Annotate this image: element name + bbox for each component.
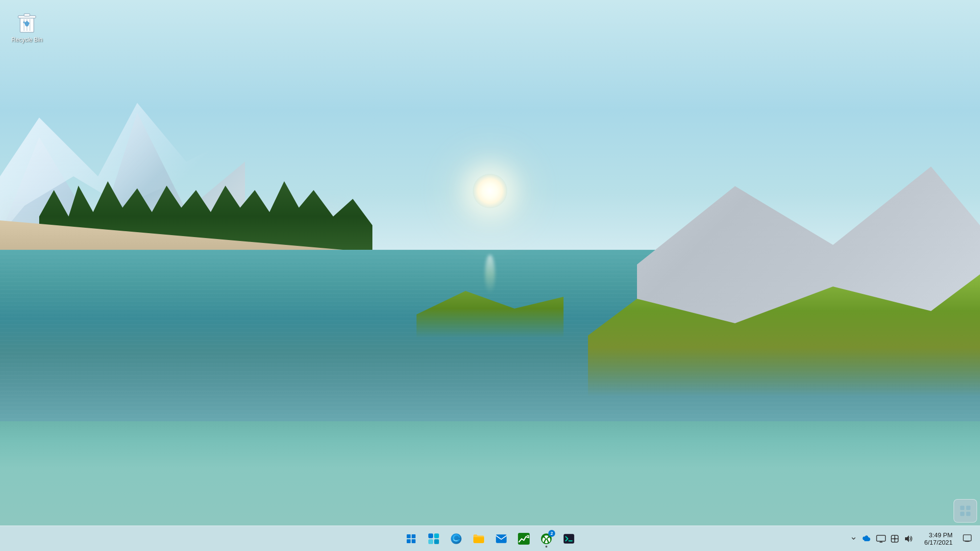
- svg-rect-12: [428, 539, 433, 544]
- mail-button[interactable]: [490, 528, 512, 550]
- svg-rect-15: [518, 533, 530, 545]
- xbox-badge: 2: [548, 530, 555, 537]
- svg-rect-14: [496, 534, 507, 543]
- recycle-bin-icon[interactable]: Recycle Bin: [5, 5, 49, 47]
- terminal-button[interactable]: [558, 528, 580, 550]
- svg-rect-9: [966, 512, 971, 516]
- xbox-active-dot: [545, 546, 547, 548]
- svg-rect-29: [963, 534, 971, 541]
- taskbar-center: 2: [400, 528, 580, 550]
- msn-money-button[interactable]: [513, 528, 535, 550]
- svg-rect-19: [877, 535, 885, 541]
- edge-button[interactable]: [445, 528, 467, 550]
- sun-icon: [473, 174, 507, 208]
- svg-point-23: [894, 538, 896, 540]
- file-explorer-button[interactable]: [468, 528, 490, 550]
- widget-overlay[interactable]: [954, 499, 977, 523]
- widgets-button[interactable]: [423, 528, 444, 550]
- notification-center-button[interactable]: [958, 528, 976, 550]
- taskbar: 2: [0, 526, 980, 551]
- svg-rect-11: [434, 533, 439, 538]
- svg-rect-13: [434, 539, 439, 544]
- svg-rect-8: [960, 512, 965, 516]
- onedrive-icon[interactable]: [861, 533, 873, 545]
- clock-time: 3:49 PM: [929, 531, 953, 539]
- display-icon[interactable]: [875, 533, 887, 545]
- start-button[interactable]: [400, 528, 422, 550]
- desktop: Recycle Bin: [0, 0, 980, 551]
- recycle-bin-graphic: [14, 9, 40, 34]
- clock-date: 6/17/2021: [924, 539, 953, 546]
- svg-rect-2: [24, 14, 30, 16]
- svg-rect-17: [564, 534, 574, 544]
- network-icon[interactable]: [889, 533, 901, 545]
- volume-icon[interactable]: [903, 533, 914, 545]
- svg-rect-7: [966, 506, 971, 510]
- xbox-button[interactable]: 2: [536, 528, 557, 550]
- svg-rect-6: [960, 506, 965, 510]
- show-hidden-icons-button[interactable]: [848, 533, 859, 545]
- recycle-bin-label: Recycle Bin: [8, 36, 46, 43]
- clock[interactable]: 3:49 PM 6/17/2021: [920, 531, 956, 546]
- system-tray: [844, 533, 918, 545]
- taskbar-right: 3:49 PM 6/17/2021: [844, 528, 980, 550]
- svg-marker-28: [905, 535, 909, 542]
- svg-rect-10: [428, 533, 433, 538]
- sun-reflection: [485, 255, 495, 294]
